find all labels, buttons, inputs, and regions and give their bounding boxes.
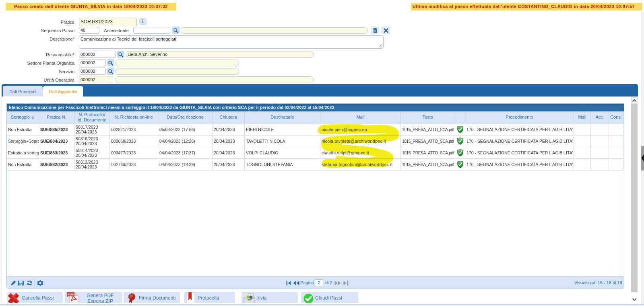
- svg-text:PDF: PDF: [68, 293, 74, 296]
